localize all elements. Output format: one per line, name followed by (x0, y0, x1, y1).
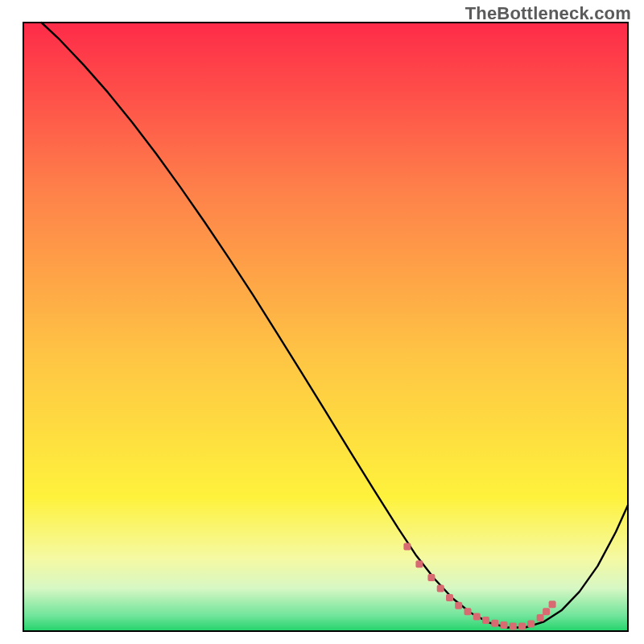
optimal-dot (501, 621, 508, 629)
chart-container: TheBottleneck.com (0, 0, 644, 644)
optimal-dot (527, 620, 535, 627)
plot-background (23, 23, 628, 631)
optimal-dot (415, 560, 423, 568)
optimal-dot (510, 623, 517, 630)
optimal-dot (543, 608, 550, 615)
optimal-dot (518, 623, 526, 630)
bottleneck-chart (0, 0, 644, 644)
watermark-text: TheBottleneck.com (465, 3, 631, 24)
optimal-dot (427, 574, 435, 581)
optimal-dot (473, 613, 481, 620)
optimal-dot (491, 620, 498, 627)
optimal-dot (464, 608, 472, 615)
optimal-dot (403, 543, 411, 550)
optimal-dot (482, 617, 489, 624)
optimal-dot (455, 602, 462, 609)
optimal-dot (437, 585, 444, 592)
optimal-dot (537, 614, 544, 621)
optimal-dot (446, 594, 453, 601)
optimal-dot (549, 601, 556, 608)
